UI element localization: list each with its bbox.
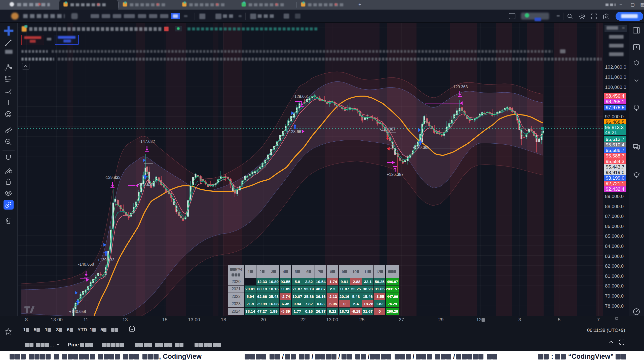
svg-text:+128.661: +128.661 bbox=[286, 130, 303, 134]
svg-text:+139.833: +139.833 bbox=[97, 258, 114, 262]
svg-text:-139.833: -139.833 bbox=[104, 175, 120, 180]
svg-text:-129.363: -129.363 bbox=[452, 85, 468, 89]
svg-text:-147.632: -147.632 bbox=[139, 139, 155, 144]
svg-text:+140.658: +140.658 bbox=[69, 309, 86, 314]
svg-text:+129.363: +129.363 bbox=[412, 145, 429, 150]
svg-text:+126.387: +126.387 bbox=[387, 172, 403, 177]
svg-text:-128.661: -128.661 bbox=[293, 94, 309, 99]
svg-text:-140.658: -140.658 bbox=[78, 262, 94, 266]
svg-text:-126.387: -126.387 bbox=[380, 127, 395, 131]
svg-text:+147.632: +147.632 bbox=[137, 182, 154, 187]
